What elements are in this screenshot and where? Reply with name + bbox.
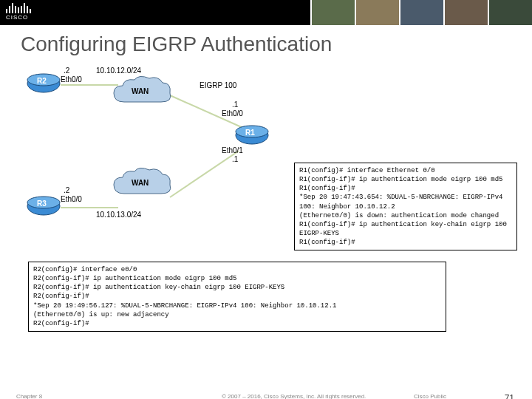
label-net-bot: 10.10.13.0/24	[96, 211, 141, 219]
footer-public: Cisco Public	[414, 393, 446, 399]
term-line: R1(config-if)# ip authentication mode ei…	[299, 175, 512, 184]
label-r1-bot-if: Eth0/1	[222, 146, 243, 154]
link-wan2-r1	[169, 151, 239, 198]
label-r3-ip: .2	[64, 186, 69, 194]
footer-copyright: © 2007 – 2016, Cisco Systems, Inc. All r…	[222, 393, 366, 399]
term-line: R2(config-if)#	[33, 319, 441, 328]
label-r1-bot-ip: .1	[232, 155, 238, 163]
term-line: *Sep 20 19:49:56.127: %DUAL-5-NBRCHANGE:…	[33, 301, 441, 310]
label-net-top: 10.10.12.0/24	[96, 66, 141, 75]
term-line: (Ethernet0/0) is down: authentication mo…	[299, 211, 512, 220]
top-banner: CISCO	[0, 0, 532, 25]
term-line: R2(config-if)#	[33, 292, 441, 301]
cloud-wan-top: WAN	[109, 74, 174, 111]
cisco-text: CISCO	[6, 14, 31, 21]
banner-photos	[310, 0, 532, 25]
router-r3: R3	[27, 195, 61, 217]
term-line: R2(config-if)# ip authentication mode ei…	[33, 274, 441, 283]
terminal-r1: R1(config)# interface Ethernet 0/0 R1(co…	[294, 163, 517, 250]
label-eigrp: EIGRP 100	[200, 81, 236, 89]
cloud-wan-bottom: WAN	[109, 166, 174, 202]
router-r2: R2	[27, 72, 61, 95]
term-line: R1(config-if)#	[299, 184, 512, 193]
term-line: R1(config)# interface Ethernet 0/0	[299, 166, 512, 175]
label-r2-if: Eth0/0	[61, 75, 82, 83]
footer-page: 71	[505, 393, 514, 399]
terminal-r2: R2(config)# interface e0/0 R2(config-if)…	[28, 262, 446, 332]
term-line: *Sep 20 19:47:43.654: %DUAL-5-NBRCHANGE:…	[299, 193, 512, 211]
term-line: R1(config-if)# ip authentication key-cha…	[299, 220, 512, 238]
term-line: (Ethernet0/0) is up: new adjacency	[33, 310, 441, 319]
label-r1-top-if: Eth0/0	[222, 109, 243, 117]
router-r1: R1	[235, 124, 269, 146]
term-line: R2(config)# interface e0/0	[33, 265, 441, 274]
label-r2-ip: .2	[64, 66, 69, 75]
slide-title: Configuring EIGRP Authentication	[21, 33, 332, 56]
cisco-logo: CISCO	[6, 3, 31, 21]
footer-chapter: Chapter 8	[16, 393, 42, 399]
cisco-bars-icon	[6, 3, 31, 13]
label-r1-top-ip: .1	[232, 100, 238, 109]
term-line: R1(config-if)#	[299, 238, 512, 247]
label-r3-if: Eth0/0	[61, 195, 82, 203]
link-r3-wan2	[61, 207, 118, 208]
term-line: R2(config-if)# ip authentication key-cha…	[33, 283, 441, 292]
network-diagram: R2 R3 R1 WAN WAN EIGRP 100 10.10.12.0/24…	[15, 66, 517, 340]
